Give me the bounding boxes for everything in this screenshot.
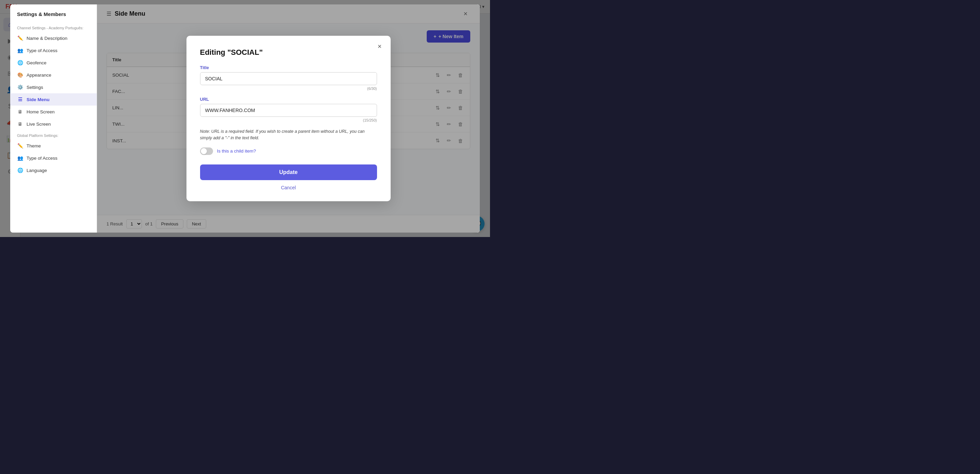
sidebar-item-appearance[interactable]: 🎨 Appearance (10, 69, 97, 81)
sidebar-item-label: Settings (27, 85, 43, 90)
settings-sidebar: Settings & Members Channel Settings - Ac… (10, 5, 97, 233)
url-input[interactable] (200, 104, 377, 117)
edit-modal: × Editing "SOCIAL" Title (6/30) URL (15/… (186, 36, 391, 201)
sidebar-item-label: Geofence (27, 60, 47, 65)
title-label: Title (200, 65, 377, 70)
sidebar-item-label: Appearance (27, 73, 51, 78)
sidebar-item-live-screen[interactable]: 🖥 Live Screen (10, 118, 97, 130)
settings-modal: Settings & Members Channel Settings - Ac… (10, 5, 480, 233)
sidebar-title: Settings & Members (10, 11, 97, 22)
main-content: ☰ Side Menu × + + New Item Title (97, 5, 480, 233)
url-char-count: (15/250) (200, 118, 377, 122)
sidebar-item-label: Language (27, 168, 47, 173)
sidebar-item-theme[interactable]: ✏️ Theme (10, 140, 97, 152)
edit-modal-overlay: × Editing "SOCIAL" Title (6/30) URL (15/… (97, 5, 480, 233)
sidebar-item-language[interactable]: 🌐 Language (10, 164, 97, 176)
live-screen-icon: 🖥 (17, 121, 23, 127)
sidebar-item-label: Type of Access (27, 156, 57, 161)
sidebar-item-geofence[interactable]: 🌐 Geofence (10, 56, 97, 69)
sidebar-item-label: Live Screen (27, 121, 51, 127)
channel-section-label: Channel Settings - Academy Português: (10, 22, 97, 32)
sidebar-item-global-type-access[interactable]: 👥 Type of Access (10, 152, 97, 164)
title-char-count: (6/30) (200, 86, 377, 91)
settings-overlay: Settings & Members Channel Settings - Ac… (0, 0, 490, 237)
gear-icon: ⚙️ (17, 84, 23, 90)
title-field-group: Title (6/30) (200, 65, 377, 91)
sidebar-item-label: Home Screen (27, 109, 55, 115)
title-input[interactable] (200, 72, 377, 85)
sidebar-item-label: Theme (27, 144, 41, 148)
sidebar-item-label: Side Menu (27, 97, 50, 102)
url-label: URL (200, 97, 377, 102)
child-item-toggle-row: Is this a child item? (200, 147, 377, 155)
global-section-label: Global Platform Settings: (10, 130, 97, 140)
sidebar-item-label: Name & Description (27, 36, 67, 41)
sidebar-item-home-screen[interactable]: 🖥 Home Screen (10, 105, 97, 118)
home-screen-icon: 🖥 (17, 109, 23, 115)
sidebar-item-label: Type of Access (27, 48, 57, 53)
cancel-button[interactable]: Cancel (200, 185, 377, 190)
toggle-knob (201, 148, 207, 154)
sidebar-item-type-access[interactable]: 👥 Type of Access (10, 44, 97, 56)
child-item-toggle[interactable] (200, 147, 213, 155)
url-note: Note: URL is a required field. If you wi… (200, 128, 377, 141)
edit-modal-close-button[interactable]: × (375, 41, 385, 52)
edit-modal-title: Editing "SOCIAL" (200, 48, 377, 57)
global-users-icon: 👥 (17, 155, 23, 161)
theme-icon: ✏️ (17, 143, 23, 149)
sidebar-item-side-menu[interactable]: ☰ Side Menu (10, 93, 97, 105)
sidebar-item-name-desc[interactable]: ✏️ Name & Description (10, 32, 97, 44)
globe-icon: 🌐 (17, 60, 23, 66)
users-icon: 👥 (17, 47, 23, 53)
app-background: FAN RHI ▾ ⌂ ▶ ◉ ⊞ 👤 $ 📣 📊 📋 ⚙ 💬 Settings… (0, 0, 490, 237)
sidebar-item-settings[interactable]: ⚙️ Settings (10, 81, 97, 93)
url-field-group: URL (15/250) (200, 97, 377, 122)
pencil-icon: ✏️ (17, 35, 23, 41)
update-button[interactable]: Update (200, 164, 377, 180)
child-item-label: Is this a child item? (217, 148, 256, 153)
language-icon: 🌐 (17, 167, 23, 173)
menu-icon: ☰ (17, 96, 23, 102)
appearance-icon: 🎨 (17, 72, 23, 78)
